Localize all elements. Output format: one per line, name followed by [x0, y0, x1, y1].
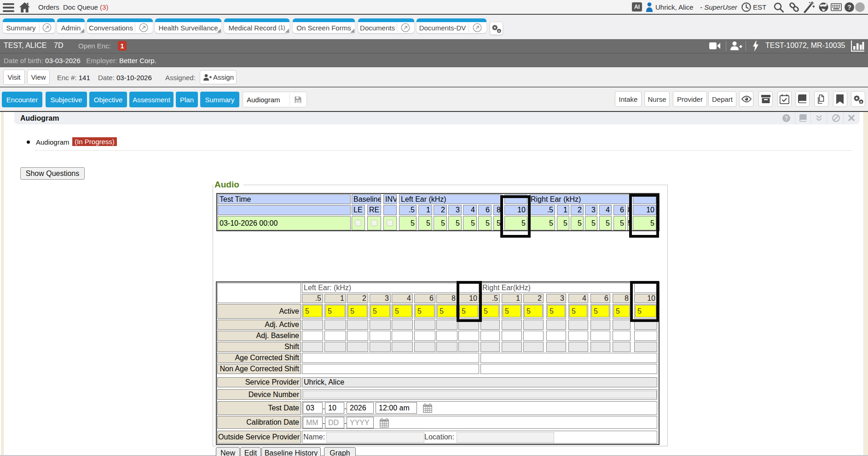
svg-text:?: ?: [785, 115, 788, 122]
svg-text:?: ?: [847, 4, 851, 11]
